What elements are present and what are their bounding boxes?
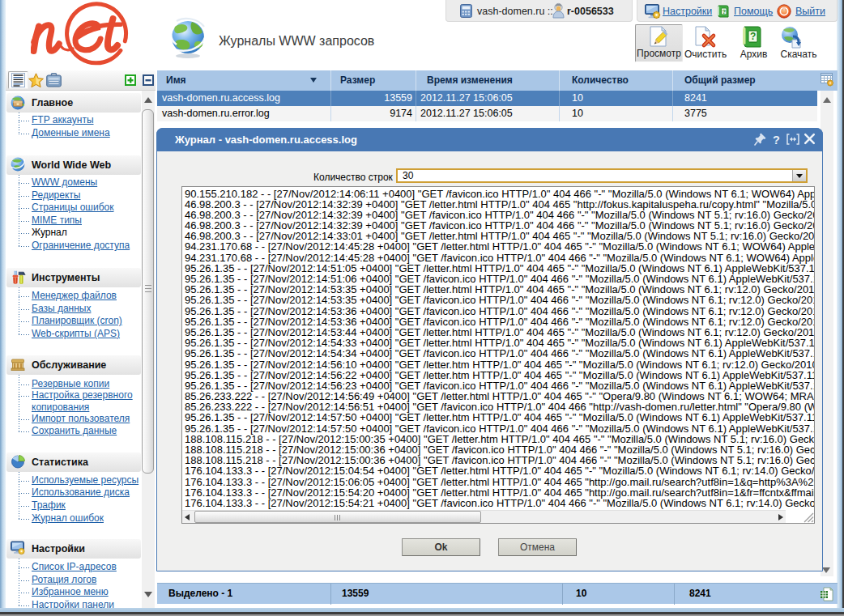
svg-text:?: ? (722, 8, 726, 15)
